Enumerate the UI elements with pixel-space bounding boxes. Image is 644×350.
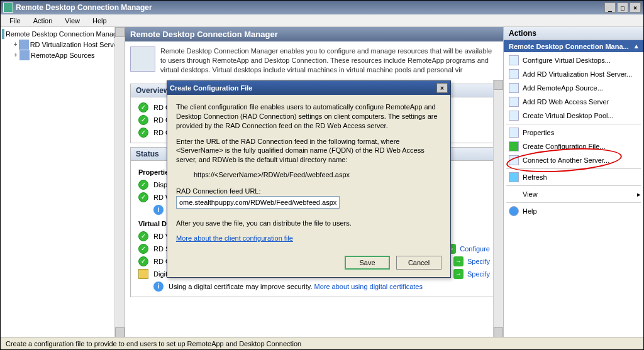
configure-link[interactable]: Configure	[460, 245, 490, 253]
action-properties[interactable]: Properties	[506, 126, 641, 139]
expand-icon[interactable]: +	[12, 41, 19, 48]
menu-view[interactable]: View	[60, 16, 85, 26]
create-config-dialog: Create Configuration File × The client c…	[167, 80, 451, 278]
action-add-rdweb-server[interactable]: Add RD Web Access Server	[506, 95, 641, 109]
cancel-button[interactable]: Cancel	[396, 256, 441, 270]
rad-feed-url-input[interactable]	[176, 196, 340, 209]
tree-item-label: RemoteApp Sources	[31, 52, 95, 59]
dialog-titlebar: Create Configuration File ×	[167, 81, 450, 95]
minimize-button[interactable]: _	[604, 3, 616, 13]
action-configure-virtual-desktops[interactable]: Configure Virtual Desktops...	[506, 53, 641, 67]
arrow-icon: →	[453, 269, 464, 279]
menu-help[interactable]: Help	[87, 16, 112, 26]
tree-item-label: RD Virtualization Host Servers	[30, 41, 123, 48]
scroll-down-button[interactable]	[494, 327, 503, 337]
divider	[506, 168, 641, 169]
close-button[interactable]: ×	[630, 3, 641, 13]
intro-text: Remote Desktop Connection Manager enable…	[160, 46, 498, 75]
dialog-paragraph: After you save the file, you can distrib…	[176, 219, 441, 228]
content-title: Remote Desktop Connection Manager	[125, 27, 503, 41]
actions-header: Actions	[504, 27, 643, 40]
tree-root[interactable]: Remote Desktop Connection Manager	[2, 28, 123, 39]
maximize-button[interactable]: □	[617, 3, 628, 13]
info-icon: i	[153, 205, 164, 215]
scrollbar[interactable]	[114, 27, 125, 337]
action-connect-another-server[interactable]: Connect to Another Server...	[506, 153, 641, 167]
scroll-up-button[interactable]	[494, 80, 503, 90]
cert-help-link[interactable]: More about using digital certificates	[314, 283, 423, 290]
desktop-icon	[509, 55, 519, 65]
check-icon: ✓	[138, 244, 148, 254]
info-row: iUsing a digital certificate may improve…	[138, 280, 490, 293]
check-icon: ✓	[138, 115, 148, 125]
action-refresh[interactable]: Refresh	[506, 170, 641, 184]
more-about-link[interactable]: More about the client configuration file	[176, 234, 293, 242]
divider	[506, 202, 641, 203]
actions-group-title: Remote Desktop Connection Mana... ▴	[504, 40, 643, 52]
certificate-icon	[138, 269, 148, 279]
tree-item[interactable]: + RemoteApp Sources	[12, 50, 123, 60]
app-icon	[3, 3, 13, 13]
web-icon	[509, 97, 519, 107]
check-icon: ✓	[138, 180, 148, 190]
check-icon: ✓	[138, 256, 148, 266]
save-button[interactable]: Save	[345, 256, 390, 270]
menu-action[interactable]: Action	[28, 16, 58, 26]
dialog-title: Create Configuration File	[170, 84, 436, 92]
pool-icon	[509, 111, 519, 121]
collapse-icon[interactable]: ▴	[635, 42, 638, 50]
intro-area: Remote Desktop Connection Manager enable…	[125, 41, 503, 80]
scroll-up-button[interactable]	[115, 27, 125, 37]
status-text: Create a configuration file to provide t…	[6, 340, 301, 347]
check-icon: ✓	[138, 192, 148, 202]
server-icon	[19, 40, 28, 50]
action-help[interactable]: Help	[506, 204, 641, 218]
specify-link[interactable]: Specify	[467, 258, 490, 265]
scrollbar[interactable]	[493, 80, 503, 337]
dialog-close-button[interactable]: ×	[436, 83, 448, 93]
divider	[506, 185, 641, 186]
server-icon	[19, 50, 30, 60]
scroll-down-button[interactable]	[115, 327, 125, 337]
input-label: RAD Connection feed URL:	[176, 187, 441, 195]
tree-item[interactable]: + RD Virtualization Host Servers	[12, 39, 123, 50]
tree-panel: Remote Desktop Connection Manager + RD V…	[1, 27, 125, 337]
intro-icon	[130, 46, 155, 72]
check-icon: ✓	[138, 231, 148, 241]
action-view[interactable]: View▸	[506, 187, 641, 201]
specify-link[interactable]: Specify	[467, 270, 490, 278]
file-icon	[509, 141, 519, 151]
actions-panel: Actions Remote Desktop Connection Mana..…	[504, 27, 643, 337]
action-create-vd-pool[interactable]: Create Virtual Desktop Pool...	[506, 109, 641, 123]
submenu-arrow-icon: ▸	[637, 190, 641, 199]
check-icon: ✓	[138, 102, 148, 112]
refresh-icon	[509, 172, 519, 182]
window-title: Remote Desktop Connection Manager	[16, 3, 604, 12]
expand-icon[interactable]: +	[12, 52, 19, 58]
source-icon	[509, 83, 519, 93]
server-icon	[509, 69, 519, 79]
arrow-icon: →	[453, 256, 464, 266]
action-create-config-file[interactable]: Create Configuration File...	[506, 139, 641, 153]
computer-icon	[2, 29, 4, 39]
menu-file[interactable]: File	[4, 16, 26, 26]
info-icon: i	[153, 282, 164, 292]
divider	[506, 124, 641, 124]
dialog-paragraph: Enter the URL of the RAD Connection feed…	[176, 137, 441, 165]
dialog-paragraph: The client configuration file enables us…	[176, 102, 441, 131]
properties-icon	[509, 128, 519, 138]
check-icon: ✓	[138, 128, 148, 138]
action-add-remoteapp-source[interactable]: Add RemoteApp Source...	[506, 81, 641, 95]
menu-bar: File Action View Help	[1, 14, 643, 27]
connect-icon	[509, 155, 519, 165]
url-example: https://<ServerName>/RDWeb/Feed/webfeed.…	[176, 171, 441, 178]
tree-root-label: Remote Desktop Connection Manager	[6, 30, 123, 38]
window-titlebar: Remote Desktop Connection Manager _ □ ×	[1, 1, 643, 14]
action-add-rdvh-server[interactable]: Add RD Virtualization Host Server...	[506, 67, 641, 81]
help-icon	[509, 206, 519, 216]
status-bar: Create a configuration file to provide t…	[1, 337, 643, 349]
